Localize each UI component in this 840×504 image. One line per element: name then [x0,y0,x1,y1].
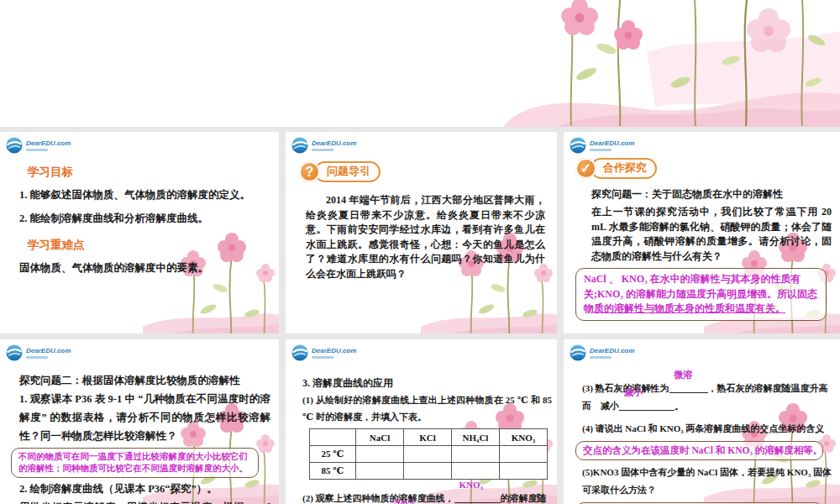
table-header-blank [310,429,356,446]
badge-label: 问题导引 [314,161,381,182]
answer-nacl: NaCl [394,497,414,504]
hand-check-icon: ✓ [575,158,596,179]
question-3-line2: 而 减小减小。 [582,397,835,415]
table-row: 25 ℃ [310,446,548,463]
task-q1-text: (1) 从绘制好的溶解度曲线上查出上述四种物质在 25 ℃ 和 85 ℃ 时的溶… [302,391,552,425]
globe-logo-icon [6,137,23,154]
fill-blank: 微溶 [669,381,708,393]
q3-text: ，熟石灰的溶解度随温度升高 [708,383,828,393]
task-1-text: 1. 观察课本 P36 表 9-1 中 “几种物质在不同温度时的溶解度” 的数据… [19,390,270,445]
q2-text: (2) 观察上述四种物质的溶解度曲线， [302,493,454,503]
site-logo: DearEDU.com [6,137,279,154]
heading-learning-goals: 学习目标 [28,165,279,180]
question-intro-badge: ? 问题导引 [299,161,557,182]
cell-empty [356,446,404,463]
logo-brand-text: DearEDU.com [26,348,71,354]
inquiry-question-1-body: 在上一节课的探究活动中，我们比较了常温下用 20 mL 水最多能溶解的氯化钠、硝… [591,205,832,264]
logo-tagline-bar [26,356,48,359]
table-header-nh4cl: NH₄Cl [452,429,500,446]
q3-text: 而 减小 [582,401,619,411]
slide-2-question-intro: DearEDU.com ? 问题导引 2014 年端午节前后，江西大部分地区普降… [286,132,557,333]
logo-brand-text: DearEDU.com [26,140,71,147]
q3-text: 。 [675,401,684,411]
row-label-25c: 25 ℃ [310,446,356,463]
table-header-kno3: KNO₃ [500,429,548,446]
logo-tagline-bar [312,149,333,151]
cell-empty [500,446,548,463]
globe-logo-icon [291,344,308,361]
logo-tagline-bar [26,149,48,151]
watercolor-flowers-art [479,0,840,127]
answer-kno3: KNO₃ [459,480,483,490]
goal-item-1: 1. 能够叙述固体物质、气体物质的溶解度的定义。 [19,188,267,202]
logo-tagline-bar [312,356,333,359]
table-header-nacl: NaCl [356,429,404,446]
cooperative-inquiry-badge: ✓ 合作探究 [575,158,840,179]
site-logo: DearEDU.com [570,344,840,361]
question-4-text: (4) 请说出 NaCl 和 KNO₃ 两条溶解度曲线的交点坐标的含义 [582,420,835,438]
logo-tagline-bar [590,356,612,359]
answer-box: NaCl 、 KNO₃ 在水中的溶解性与其本身的性质有关;KNO₃ 的溶解能力随… [575,268,827,321]
logo-brand-text: DearEDU.com [590,140,634,147]
logo-tagline-bar [590,149,612,151]
question-3-line1: (3) 熟石灰的溶解性为微溶，熟石灰的溶解度随温度升高 [582,380,835,397]
task-2-continued: 用纵坐标表示溶解度，用横坐标表示温度，根据 NaCl 、 KCl [19,498,270,504]
slide-4-inquiry-question-2: DearEDU.com 探究问题二：根据固体溶解度比较物质的溶解性 1. 观察课… [0,339,279,504]
cell-empty [404,463,452,480]
task-q2-line1: (2) 观察上述四种物质的溶解度曲线，KNO₃的溶解度随 [302,490,552,504]
cell-empty [500,463,548,480]
cell-empty [452,446,500,463]
scenario-paragraph: 2014 年端午节前后，江西大部分地区普降大雨，给炎炎夏日带来不少凉意。给炎炎夏… [306,193,545,281]
question-5-text: (5)KNO3 固体中含有少量的 NaCl 固体，若要提纯 KNO₃ 固体可采取… [582,464,835,499]
table-row: 85 ℃ [310,463,548,480]
site-logo: DearEDU.com [291,344,557,361]
q2-text: 的溶解度随 [501,493,547,503]
cell-empty [356,463,404,480]
cell-empty [404,446,452,463]
table-header-kcl: KCl [404,429,452,446]
goal-item-2: 2. 能绘制溶解度曲线和分析溶解度曲线。 [19,212,267,226]
answer-decrease: 减小 [624,388,643,397]
question-mark-icon: ? [299,161,320,182]
answer-text-underlined: 质的溶解性与物质本身的性质和温度有关。 [594,302,785,314]
globe-logo-icon [6,344,23,361]
fill-blank: 减小 [619,399,675,411]
answer-box-intersection: 交点的含义为在该温度时 NaCl 和 KNO₃ 的溶解度相等。 [575,441,823,460]
inquiry-question-2-title: 探究问题二：根据固体溶解度比较物质的溶解性 [19,371,270,390]
cell-empty [452,463,500,480]
answer-box: 不同的物质可在同一温度下通过比较溶解度的大小比较它们的溶解性；同种物质可比较它在… [11,448,259,478]
answer-slightly-soluble: 微溶 [675,370,693,380]
globe-logo-icon [570,344,586,361]
top-banner [0,0,840,127]
slide-1-learning-goals: DearEDU.com 学习目标 1. 能够叙述固体物质、气体物质的溶解度的定义… [0,132,279,333]
task-2-text: 2. 绘制溶解度曲线（见课本 P36“探究”）。 [19,480,270,498]
solubility-table: NaCl KCl NH₄Cl KNO₃ 25 ℃ 85 ℃ [309,428,548,480]
globe-logo-icon [570,137,586,154]
logo-brand-text: DearEDU.com [312,348,356,354]
site-logo: DearEDU.com [6,344,279,361]
slide-5-curve-applications: DearEDU.com 3. 溶解度曲线的应用 (1) 从绘制好的溶解度曲线上查… [286,339,557,504]
logo-brand-text: DearEDU.com [590,348,634,354]
inquiry-question-1-title: 探究问题一：关于固态物质在水中的溶解性 [591,187,832,202]
slide-3-cooperative-inquiry: DearEDU.com ✓ 合作探究 探究问题一：关于固态物质在水中的溶解性 在… [564,132,840,333]
key-points-body: 固体物质、气体物质的溶解度中的要素。 [19,261,267,276]
site-logo: DearEDU.com [291,137,557,154]
slide-6-questions-3-5: DearEDU.com (3) 熟石灰的溶解性为微溶，熟石灰的溶解度随温度升高 … [564,339,840,504]
globe-logo-icon [291,137,308,154]
row-label-85c: 85 ℃ [310,463,356,480]
fill-blank: KNO₃ [454,491,501,503]
logo-brand-text: DearEDU.com [312,140,356,147]
section-3-title: 3. 溶解度曲线的应用 [302,375,552,391]
site-logo: DearEDU.com [570,137,840,154]
badge-label: 合作探究 [591,158,657,179]
heading-key-points: 学习重难点 [28,238,279,253]
